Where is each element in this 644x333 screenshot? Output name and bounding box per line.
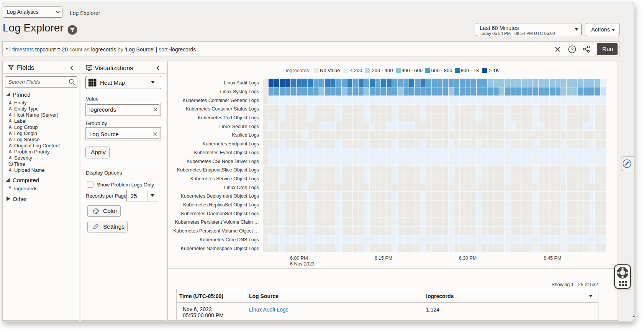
svg-text:?: ? [571, 47, 574, 52]
